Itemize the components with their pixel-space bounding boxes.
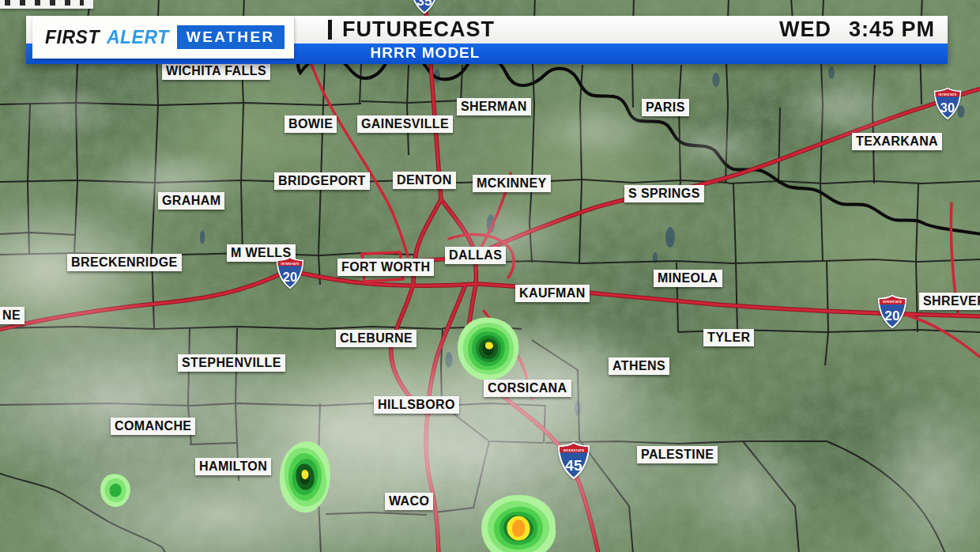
city-labels: WICHITA FALLSSHERMANPARISBOWIEGAINESVILL…: [0, 0, 980, 552]
futurecast-title: FUTURECAST: [342, 17, 495, 42]
interstate-20-shield: INTERSTATE20: [276, 256, 304, 293]
city-label-graham: GRAHAM: [158, 192, 224, 210]
city-label-stephenville: STEPHENVILLE: [178, 354, 285, 372]
svg-text:INTERSTATE: INTERSTATE: [281, 263, 300, 266]
interstate-30-shield: INTERSTATE30: [933, 87, 962, 123]
svg-text:20: 20: [884, 308, 899, 323]
logo-first: FIRST: [45, 27, 100, 48]
city-label-dallas: DALLAS: [445, 247, 506, 264]
futurecast-weather-map: WICHITA FALLSSHERMANPARISBOWIEGAINESVILL…: [0, 0, 980, 552]
city-label-comanche: COMANCHE: [111, 418, 195, 435]
city-label-mineola: MINEOLA: [654, 270, 722, 287]
clipped-city-label: [0, 0, 93, 9]
city-label-breckenridge: BRECKENRIDGE: [67, 254, 182, 271]
futurecast-group: FUTURECAST: [328, 17, 495, 42]
city-label-athens: ATHENS: [609, 357, 669, 375]
svg-text:INTERSTATE: INTERSTATE: [883, 301, 902, 304]
city-label-ne: NE: [0, 307, 24, 324]
city-label-gainesville: GAINESVILLE: [357, 115, 453, 133]
header-banner: FUTURECAST WED 3:45 PM HRRR MODEL FIRST …: [26, 16, 948, 64]
svg-text:INTERSTATE: INTERSTATE: [939, 93, 957, 96]
city-label-texarkana: TEXARKANA: [852, 133, 942, 150]
city-label-s-springs: S SPRINGS: [624, 185, 704, 202]
city-label-denton: DENTON: [393, 172, 456, 189]
datetime-gap: [831, 17, 849, 42]
divider-bar: [328, 20, 332, 40]
first-alert-weather-logo: FIRST ALERT WEATHER: [32, 16, 294, 59]
clipped-label-glyphs: [5, 0, 84, 6]
interstate-35-shield: INTERSTATE35: [409, 0, 439, 17]
datetime: WED 3:45 PM: [779, 17, 935, 42]
interstate-45-shield: INTERSTATE45: [557, 441, 590, 483]
svg-text:INTERSTATE: INTERSTATE: [564, 448, 585, 452]
city-label-kaufman: KAUFMAN: [515, 285, 590, 302]
time-label: 3:45 PM: [849, 17, 935, 42]
city-label-paris: PARIS: [642, 99, 689, 116]
city-label-tyler: TYLER: [703, 329, 754, 346]
city-label-hillsboro: HILLSBORO: [374, 396, 459, 414]
city-label-wichita-falls: WICHITA FALLS: [162, 62, 270, 80]
svg-text:20: 20: [283, 270, 297, 284]
logo-weather: WEATHER: [177, 25, 285, 49]
city-label-mckinney: MCKINNEY: [473, 175, 551, 192]
city-label-hamilton: HAMILTON: [195, 458, 271, 475]
city-label-bowie: BOWIE: [285, 115, 337, 133]
city-label-sherman: SHERMAN: [457, 98, 531, 115]
city-label-corsicana: CORSICANA: [484, 380, 571, 397]
day-label: WED: [779, 17, 831, 42]
city-label-fort-worth: FORT WORTH: [337, 259, 434, 276]
city-label-cleburne: CLEBURNE: [336, 330, 416, 347]
svg-text:30: 30: [940, 100, 955, 115]
city-label-waco: WACO: [385, 493, 433, 510]
city-label-palestine: PALESTINE: [637, 446, 718, 463]
svg-text:45: 45: [565, 457, 582, 474]
city-label-shreveport: SHREVEPORT: [919, 293, 980, 310]
logo-alert: ALERT: [107, 27, 169, 48]
city-label-bridgeport: BRIDGEPORT: [274, 172, 370, 190]
svg-text:35: 35: [416, 0, 432, 9]
model-label: HRRR MODEL: [320, 44, 530, 62]
interstate-20-shield: INTERSTATE20: [877, 294, 907, 332]
